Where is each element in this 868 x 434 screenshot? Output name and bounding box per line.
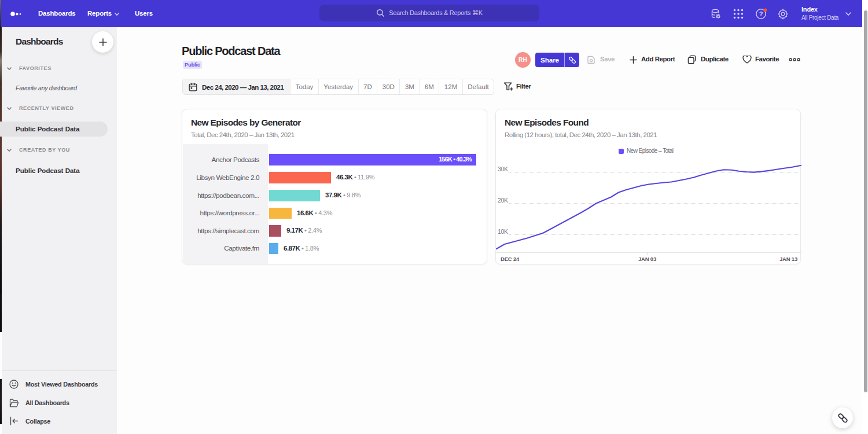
svg-text:?: ?	[759, 10, 763, 17]
